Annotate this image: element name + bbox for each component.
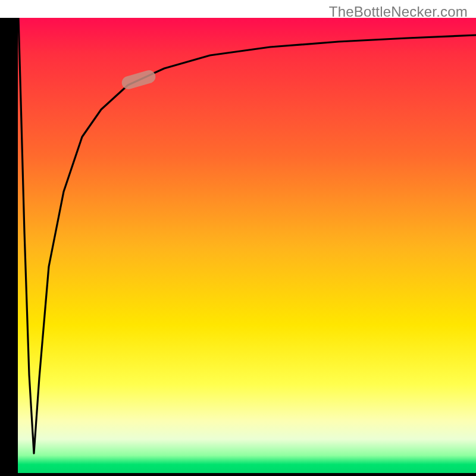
curve-layer (18, 18, 476, 476)
curve-marker (120, 68, 157, 90)
bottleneck-curve (18, 18, 476, 453)
plot-area (18, 18, 476, 476)
svg-rect-0 (120, 68, 157, 90)
y-axis-frame (0, 18, 18, 476)
x-axis-frame (0, 473, 476, 476)
chart-container: TheBottleNecker.com (0, 0, 476, 476)
